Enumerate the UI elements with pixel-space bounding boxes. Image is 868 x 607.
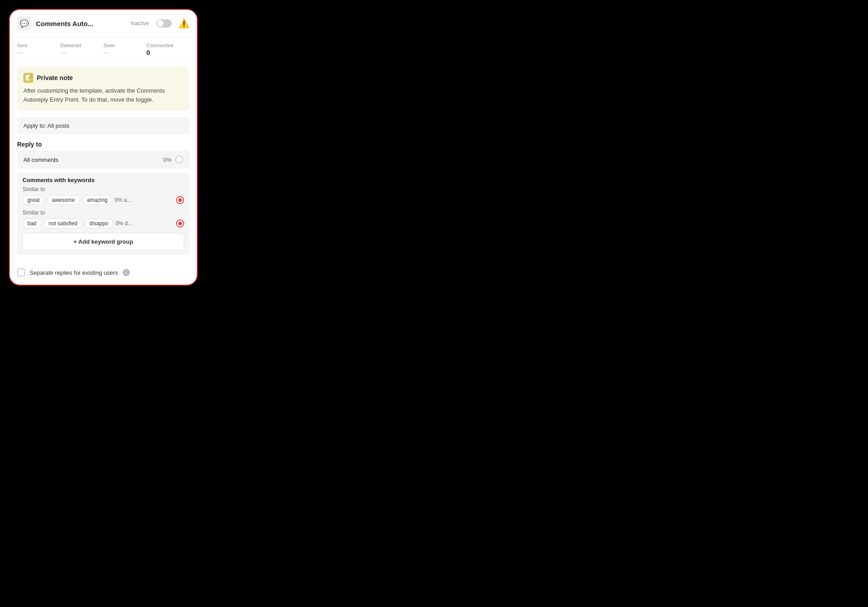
header: 💬 Comments Auto... Inactive ⚠️ xyxy=(10,10,197,37)
keywords-card: Comments with keywords Similar to great … xyxy=(17,172,190,255)
private-note-title: Private note xyxy=(37,74,73,81)
stat-commented: Commented 0 xyxy=(146,43,190,56)
phone-container: 💬 Comments Auto... Inactive ⚠️ Sent — De… xyxy=(9,9,198,286)
tag-not-satisfied[interactable]: not satisfied xyxy=(44,219,82,228)
tag-amazing[interactable]: amazing xyxy=(82,195,112,205)
separate-replies-row: Separate replies for existing users i xyxy=(17,265,190,278)
toggle-wrap xyxy=(156,19,172,27)
chat-icon: 💬 xyxy=(17,16,31,31)
header-title: Comments Auto... xyxy=(36,20,126,27)
stat-seen: Seen — xyxy=(103,43,146,56)
keyword-row-1: great awesome amazing 0% a... xyxy=(22,195,184,205)
info-icon[interactable]: i xyxy=(123,269,130,276)
stat-seen-label: Seen xyxy=(103,43,146,48)
tag-great[interactable]: great xyxy=(22,195,44,205)
all-comments-label: All comments xyxy=(23,156,58,163)
stat-seen-value: — xyxy=(103,49,146,56)
apply-to-button[interactable]: Apply to: All posts xyxy=(17,117,190,134)
reply-to-section: Reply to All comments 0% Comments with k… xyxy=(17,141,190,259)
separate-replies-label: Separate replies for existing users xyxy=(30,269,118,276)
active-toggle[interactable] xyxy=(156,19,172,27)
stat-delivered-label: Delivered xyxy=(60,43,103,48)
private-note-card: 📝 Private note After customizing the tem… xyxy=(17,67,190,111)
private-note-header: 📝 Private note xyxy=(23,73,183,83)
keyword-tags-2: bad not satisfied disappo 0% d... xyxy=(22,219,173,228)
stat-delivered-value: — xyxy=(60,49,103,56)
stat-commented-label: Commented xyxy=(146,43,190,48)
stat-sent-label: Sent xyxy=(17,43,60,48)
note-icon: 📝 xyxy=(23,73,33,83)
keyword-group-2: Similar to bad not satisfied disappo 0% … xyxy=(22,210,184,228)
tag-bad[interactable]: bad xyxy=(22,219,41,228)
keyword-group-2-radio[interactable] xyxy=(176,219,184,228)
all-comments-option[interactable]: All comments 0% xyxy=(17,151,190,169)
stat-delivered: Delivered — xyxy=(60,43,103,56)
stats-row: Sent — Delivered — Seen — Commented 0 xyxy=(10,37,197,60)
similar-to-label-2: Similar to xyxy=(22,210,184,216)
all-comments-radio[interactable] xyxy=(175,156,183,164)
stat-sent: Sent — xyxy=(17,43,60,56)
keyword-row-2: bad not satisfied disappo 0% d... xyxy=(22,219,184,228)
reply-to-label: Reply to xyxy=(17,141,190,148)
stat-commented-value: 0 xyxy=(146,49,190,56)
keyword-group-1-radio[interactable] xyxy=(176,196,184,204)
status-label: Inactive xyxy=(131,20,149,27)
tag-awesome[interactable]: awesome xyxy=(47,195,80,205)
keyword-pct-1: 0% a... xyxy=(115,197,131,203)
separate-replies-checkbox[interactable] xyxy=(17,268,25,277)
content-area: 📝 Private note After customizing the tem… xyxy=(10,60,197,285)
private-note-text: After customizing the template, activate… xyxy=(23,86,183,104)
alert-icon[interactable]: ⚠️ xyxy=(178,18,190,29)
keyword-tags-1: great awesome amazing 0% a... xyxy=(22,195,173,205)
keywords-card-title: Comments with keywords xyxy=(22,177,184,183)
add-keyword-button[interactable]: + Add keyword group xyxy=(22,233,184,250)
stat-sent-value: — xyxy=(17,49,60,56)
keyword-group-1: Similar to great awesome amazing 0% a... xyxy=(22,186,184,205)
all-comments-pct: 0% xyxy=(163,156,172,163)
tag-disappo[interactable]: disappo xyxy=(84,219,113,228)
similar-to-label-1: Similar to xyxy=(22,186,184,192)
keyword-pct-2: 0% d... xyxy=(115,220,132,227)
